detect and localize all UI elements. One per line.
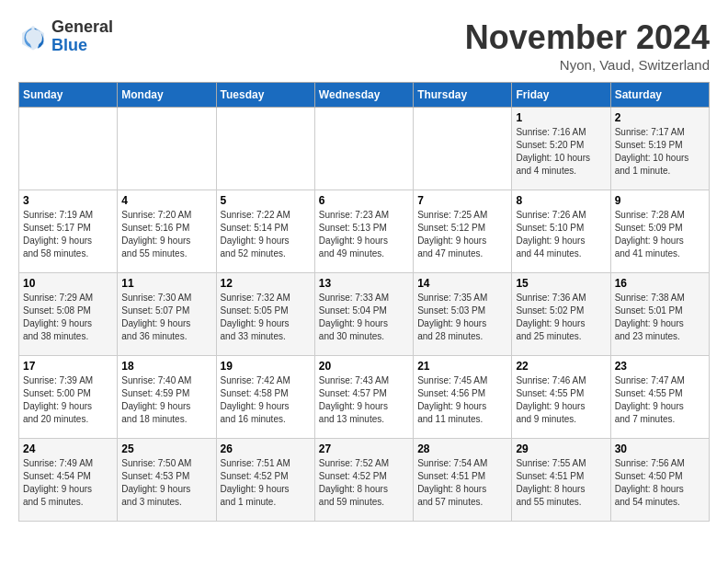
day-number: 22 bbox=[516, 360, 606, 373]
calendar-cell: 21Sunrise: 7:45 AM Sunset: 4:56 PM Dayli… bbox=[414, 356, 512, 439]
logo-general: General bbox=[51, 17, 113, 36]
day-info: Sunrise: 7:16 AM Sunset: 5:20 PM Dayligh… bbox=[516, 126, 606, 178]
day-number: 27 bbox=[319, 442, 409, 455]
calendar-cell: 12Sunrise: 7:32 AM Sunset: 5:05 PM Dayli… bbox=[216, 273, 314, 356]
calendar-cell bbox=[314, 108, 413, 190]
location: Nyon, Vaud, Switzerland bbox=[465, 57, 710, 73]
day-number: 14 bbox=[417, 277, 507, 290]
day-number: 1 bbox=[516, 111, 606, 124]
calendar-cell: 20Sunrise: 7:43 AM Sunset: 4:57 PM Dayli… bbox=[314, 356, 413, 439]
calendar-cell: 27Sunrise: 7:52 AM Sunset: 4:52 PM Dayli… bbox=[314, 439, 413, 522]
calendar-body: 1Sunrise: 7:16 AM Sunset: 5:20 PM Daylig… bbox=[19, 108, 710, 522]
day-info: Sunrise: 7:47 AM Sunset: 4:55 PM Dayligh… bbox=[615, 374, 705, 426]
day-number: 21 bbox=[417, 360, 507, 373]
title-block: November 2024 Nyon, Vaud, Switzerland bbox=[465, 18, 710, 73]
day-info: Sunrise: 7:30 AM Sunset: 5:07 PM Dayligh… bbox=[121, 292, 211, 343]
day-number: 9 bbox=[615, 194, 705, 207]
day-number: 19 bbox=[221, 360, 311, 373]
logo-blue: Blue bbox=[51, 36, 87, 54]
day-number: 5 bbox=[221, 194, 311, 207]
calendar-cell: 14Sunrise: 7:35 AM Sunset: 5:03 PM Dayli… bbox=[414, 273, 512, 356]
day-of-week-header: Wednesday bbox=[314, 83, 413, 108]
day-number: 12 bbox=[221, 277, 311, 290]
calendar-cell: 23Sunrise: 7:47 AM Sunset: 4:55 PM Dayli… bbox=[610, 356, 709, 439]
calendar-cell: 7Sunrise: 7:25 AM Sunset: 5:12 PM Daylig… bbox=[414, 190, 512, 273]
calendar-cell: 11Sunrise: 7:30 AM Sunset: 5:07 PM Dayli… bbox=[118, 273, 216, 356]
day-info: Sunrise: 7:51 AM Sunset: 4:52 PM Dayligh… bbox=[221, 457, 311, 509]
day-number: 6 bbox=[319, 194, 409, 207]
day-info: Sunrise: 7:22 AM Sunset: 5:14 PM Dayligh… bbox=[221, 209, 311, 260]
day-number: 18 bbox=[121, 360, 211, 373]
day-number: 26 bbox=[221, 442, 311, 455]
calendar-cell: 10Sunrise: 7:29 AM Sunset: 5:08 PM Dayli… bbox=[19, 273, 118, 356]
day-number: 13 bbox=[319, 277, 409, 290]
day-number: 25 bbox=[121, 442, 211, 455]
month-title: November 2024 bbox=[465, 18, 710, 57]
calendar-cell bbox=[414, 108, 512, 190]
day-info: Sunrise: 7:42 AM Sunset: 4:58 PM Dayligh… bbox=[221, 374, 311, 426]
calendar-cell: 17Sunrise: 7:39 AM Sunset: 5:00 PM Dayli… bbox=[19, 356, 118, 439]
day-number: 17 bbox=[23, 360, 113, 373]
day-info: Sunrise: 7:17 AM Sunset: 5:19 PM Dayligh… bbox=[615, 126, 705, 178]
day-number: 30 bbox=[615, 442, 705, 455]
day-number: 11 bbox=[121, 277, 211, 290]
day-info: Sunrise: 7:56 AM Sunset: 4:50 PM Dayligh… bbox=[615, 457, 705, 509]
calendar-cell: 9Sunrise: 7:28 AM Sunset: 5:09 PM Daylig… bbox=[610, 190, 709, 273]
calendar-cell: 16Sunrise: 7:38 AM Sunset: 5:01 PM Dayli… bbox=[610, 273, 709, 356]
calendar-header: SundayMondayTuesdayWednesdayThursdayFrid… bbox=[19, 83, 710, 108]
calendar-cell: 8Sunrise: 7:26 AM Sunset: 5:10 PM Daylig… bbox=[512, 190, 610, 273]
calendar-cell: 6Sunrise: 7:23 AM Sunset: 5:13 PM Daylig… bbox=[314, 190, 413, 273]
calendar-cell: 22Sunrise: 7:46 AM Sunset: 4:55 PM Dayli… bbox=[512, 356, 610, 439]
day-of-week-header: Saturday bbox=[610, 83, 709, 108]
calendar-cell: 15Sunrise: 7:36 AM Sunset: 5:02 PM Dayli… bbox=[512, 273, 610, 356]
day-of-week-header: Sunday bbox=[19, 83, 118, 108]
day-info: Sunrise: 7:36 AM Sunset: 5:02 PM Dayligh… bbox=[516, 292, 606, 343]
day-number: 23 bbox=[615, 360, 705, 373]
day-info: Sunrise: 7:20 AM Sunset: 5:16 PM Dayligh… bbox=[121, 209, 211, 260]
day-info: Sunrise: 7:33 AM Sunset: 5:04 PM Dayligh… bbox=[319, 292, 409, 343]
day-number: 20 bbox=[319, 360, 409, 373]
calendar-table: SundayMondayTuesdayWednesdayThursdayFrid… bbox=[18, 82, 710, 522]
calendar-cell: 2Sunrise: 7:17 AM Sunset: 5:19 PM Daylig… bbox=[610, 108, 709, 190]
calendar-cell: 24Sunrise: 7:49 AM Sunset: 4:54 PM Dayli… bbox=[19, 439, 118, 522]
day-info: Sunrise: 7:39 AM Sunset: 5:00 PM Dayligh… bbox=[23, 374, 113, 426]
logo: General Blue bbox=[18, 18, 113, 55]
day-info: Sunrise: 7:28 AM Sunset: 5:09 PM Dayligh… bbox=[615, 209, 705, 260]
day-of-week-header: Tuesday bbox=[216, 83, 314, 108]
calendar-cell: 25Sunrise: 7:50 AM Sunset: 4:53 PM Dayli… bbox=[118, 439, 216, 522]
calendar-week-row: 24Sunrise: 7:49 AM Sunset: 4:54 PM Dayli… bbox=[19, 439, 710, 522]
day-info: Sunrise: 7:23 AM Sunset: 5:13 PM Dayligh… bbox=[319, 209, 409, 260]
calendar-week-row: 10Sunrise: 7:29 AM Sunset: 5:08 PM Dayli… bbox=[19, 273, 710, 356]
day-info: Sunrise: 7:26 AM Sunset: 5:10 PM Dayligh… bbox=[516, 209, 606, 260]
calendar-cell: 28Sunrise: 7:54 AM Sunset: 4:51 PM Dayli… bbox=[414, 439, 512, 522]
day-info: Sunrise: 7:52 AM Sunset: 4:52 PM Dayligh… bbox=[319, 457, 409, 509]
day-info: Sunrise: 7:29 AM Sunset: 5:08 PM Dayligh… bbox=[23, 292, 113, 343]
logo-icon bbox=[18, 22, 48, 52]
calendar-cell: 3Sunrise: 7:19 AM Sunset: 5:17 PM Daylig… bbox=[19, 190, 118, 273]
calendar-cell: 29Sunrise: 7:55 AM Sunset: 4:51 PM Dayli… bbox=[512, 439, 610, 522]
day-number: 16 bbox=[615, 277, 705, 290]
day-info: Sunrise: 7:38 AM Sunset: 5:01 PM Dayligh… bbox=[615, 292, 705, 343]
day-of-week-header: Monday bbox=[118, 83, 216, 108]
day-info: Sunrise: 7:50 AM Sunset: 4:53 PM Dayligh… bbox=[121, 457, 211, 509]
day-info: Sunrise: 7:25 AM Sunset: 5:12 PM Dayligh… bbox=[417, 209, 507, 260]
logo-text: General Blue bbox=[51, 18, 113, 55]
calendar-cell: 30Sunrise: 7:56 AM Sunset: 4:50 PM Dayli… bbox=[610, 439, 709, 522]
calendar-cell bbox=[19, 108, 118, 190]
day-info: Sunrise: 7:45 AM Sunset: 4:56 PM Dayligh… bbox=[417, 374, 507, 426]
calendar-cell: 18Sunrise: 7:40 AM Sunset: 4:59 PM Dayli… bbox=[118, 356, 216, 439]
day-info: Sunrise: 7:35 AM Sunset: 5:03 PM Dayligh… bbox=[417, 292, 507, 343]
day-info: Sunrise: 7:49 AM Sunset: 4:54 PM Dayligh… bbox=[23, 457, 113, 509]
calendar-week-row: 3Sunrise: 7:19 AM Sunset: 5:17 PM Daylig… bbox=[19, 190, 710, 273]
day-number: 28 bbox=[417, 442, 507, 455]
calendar-cell: 26Sunrise: 7:51 AM Sunset: 4:52 PM Dayli… bbox=[216, 439, 314, 522]
calendar-cell: 13Sunrise: 7:33 AM Sunset: 5:04 PM Dayli… bbox=[314, 273, 413, 356]
calendar-week-row: 17Sunrise: 7:39 AM Sunset: 5:00 PM Dayli… bbox=[19, 356, 710, 439]
calendar-cell bbox=[118, 108, 216, 190]
calendar-cell: 1Sunrise: 7:16 AM Sunset: 5:20 PM Daylig… bbox=[512, 108, 610, 190]
calendar-week-row: 1Sunrise: 7:16 AM Sunset: 5:20 PM Daylig… bbox=[19, 108, 710, 190]
calendar-cell: 5Sunrise: 7:22 AM Sunset: 5:14 PM Daylig… bbox=[216, 190, 314, 273]
header-row: SundayMondayTuesdayWednesdayThursdayFrid… bbox=[19, 83, 710, 108]
day-number: 7 bbox=[417, 194, 507, 207]
day-number: 8 bbox=[516, 194, 606, 207]
